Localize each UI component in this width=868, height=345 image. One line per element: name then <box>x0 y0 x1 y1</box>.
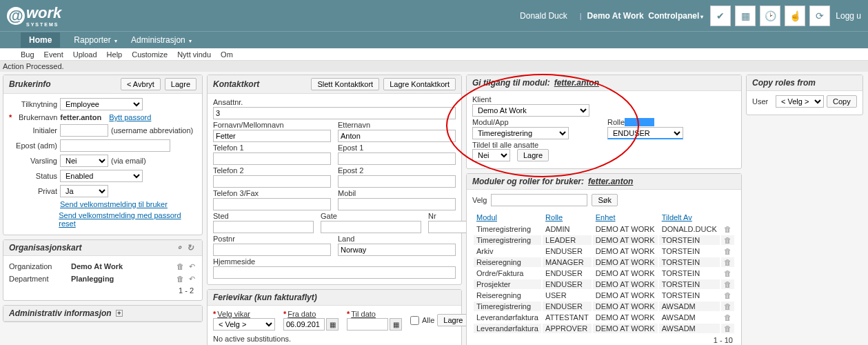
submenu-bug[interactable]: Bug <box>21 50 34 59</box>
velg-search-input[interactable] <box>491 194 587 206</box>
status-bar: Action Processed. <box>0 61 868 72</box>
alle-checkbox[interactable] <box>410 316 419 325</box>
postnr-input[interactable] <box>213 244 331 256</box>
epost1-input[interactable] <box>338 152 456 165</box>
kontaktkort-title: Kontaktkort <box>213 79 259 89</box>
navbar: Home Rapporter ▾ Administrasjon ▾ <box>0 31 868 48</box>
tildel-select[interactable]: Nei <box>472 149 510 161</box>
calendar-icon[interactable]: ▦ <box>326 318 339 331</box>
trash-icon[interactable]: 🗑 <box>724 313 731 322</box>
trash-icon[interactable]: 🗑 <box>724 324 731 333</box>
nav-home[interactable]: Home <box>21 32 60 48</box>
privat-select[interactable]: Ja <box>60 185 108 197</box>
toolbar-icon-check[interactable]: ✔ <box>710 6 731 26</box>
epost-input[interactable] <box>60 139 170 152</box>
trash-icon[interactable]: 🗑 <box>724 236 731 244</box>
trash-icon[interactable]: 🗑 <box>724 247 731 255</box>
klient-select[interactable]: Demo At Work <box>472 104 589 117</box>
controlpanel-link[interactable]: Controlpanel <box>648 11 699 21</box>
tilknytning-select[interactable]: Employee <box>60 98 143 110</box>
fra-dato-input[interactable] <box>283 318 325 331</box>
tel2-label: Telefon 2 <box>213 166 331 175</box>
trash-icon[interactable]: 🗑 <box>724 280 731 288</box>
trash-icon[interactable]: 🗑 <box>724 291 731 299</box>
initialer-input[interactable] <box>60 124 108 137</box>
submenu-upload[interactable]: Upload <box>73 50 97 59</box>
slett-kontaktkort-button[interactable]: Slett Kontaktkort <box>311 78 379 90</box>
bytt-passord-link[interactable]: Bytt passord <box>109 113 151 121</box>
gate-input[interactable] <box>321 221 421 233</box>
org-title: Organisasjonskart <box>9 243 81 253</box>
sted-input[interactable] <box>213 221 314 233</box>
demo-link[interactable]: Demo At Work <box>587 11 644 21</box>
nav-admin[interactable]: Administrasjon ▾ <box>131 35 192 45</box>
fra-dato-label: Fra dato <box>287 310 316 318</box>
klient-label: Klient <box>472 95 736 103</box>
hjemmeside-input[interactable] <box>213 266 456 279</box>
rolle-select[interactable]: ENDUSER <box>607 127 683 139</box>
modul-select[interactable]: Timeregistrering <box>472 127 569 139</box>
varsling-select[interactable]: Nei <box>60 155 108 167</box>
brukernavn-value: fetter.anton <box>60 113 101 121</box>
lagre-kontaktkort-button[interactable]: Lagre Kontaktkort <box>383 78 456 90</box>
etternavn-input[interactable] <box>338 130 456 142</box>
toolbar-icon-grid[interactable]: ▦ <box>735 6 756 26</box>
undo-icon[interactable]: ↶ <box>187 262 196 271</box>
submenu-help[interactable]: Help <box>107 50 123 59</box>
calendar-icon[interactable]: ▦ <box>390 318 402 331</box>
submenu-event[interactable]: Event <box>44 50 63 59</box>
undo-icon[interactable]: ↶ <box>187 274 196 284</box>
logout-link[interactable]: Logg u <box>836 11 861 21</box>
tel1-input[interactable] <box>213 152 331 165</box>
refresh-icon[interactable]: ↻ <box>187 243 196 253</box>
velg-vikar-label: Velg vikar <box>217 310 250 318</box>
tel3-input[interactable] <box>213 198 331 210</box>
velg-vikar-select[interactable]: < Velg > <box>213 318 275 331</box>
trash-icon[interactable]: 🗑 <box>724 258 731 266</box>
varsling-label: Varsling <box>9 157 57 165</box>
trash-icon[interactable]: 🗑 <box>175 274 185 284</box>
fornavn-input[interactable] <box>213 130 331 142</box>
status-select[interactable]: Enabled <box>60 170 143 182</box>
tel2-input[interactable] <box>213 175 331 188</box>
share-icon[interactable]: ⚬ <box>176 243 185 253</box>
toolbar-icon-hand[interactable]: ☝ <box>785 6 805 26</box>
land-input[interactable] <box>338 244 456 256</box>
avbryt-button[interactable]: < Avbryt <box>121 78 161 90</box>
logo[interactable]: @ work SYSTEMS <box>7 4 61 27</box>
access-lagre-button[interactable]: Lagre <box>517 149 549 161</box>
submenu-om[interactable]: Om <box>221 50 233 59</box>
til-dato-input[interactable] <box>347 318 388 331</box>
epost2-input[interactable] <box>338 175 456 188</box>
toolbar-icon-clock[interactable]: 🕑 <box>760 6 780 26</box>
copy-button[interactable]: Copy <box>827 95 857 108</box>
ansattnr-input[interactable] <box>213 107 456 119</box>
send-welcome-reset-link[interactable]: Send velkomstmelding med passord reset <box>59 211 196 228</box>
trash-icon[interactable]: 🗑 <box>175 262 185 271</box>
expand-icon[interactable]: + <box>116 310 123 317</box>
trash-icon[interactable]: 🗑 <box>724 269 731 277</box>
lagre-button[interactable]: Lagre <box>165 78 196 90</box>
fornavn-label: Fornavn/Mellomnavn <box>213 121 331 129</box>
col-rolle[interactable]: Rolle <box>543 212 592 223</box>
initialer-label: Initialer <box>9 126 57 135</box>
logo-text: work <box>26 4 61 21</box>
til-dato-label: Til dato <box>351 310 376 318</box>
toolbar-icon-refresh[interactable]: ⟳ <box>809 6 830 26</box>
trash-icon[interactable]: 🗑 <box>724 225 731 233</box>
ferie-lagre-button[interactable]: Lagre <box>437 314 469 326</box>
send-welcome-link[interactable]: Send velkomstmelding til bruker <box>60 200 168 208</box>
submenu-customize[interactable]: Customize <box>132 50 168 59</box>
col-modul[interactable]: Modul <box>474 212 541 223</box>
copy-user-select[interactable]: < Velg > <box>776 95 824 108</box>
submenu-nytt[interactable]: Nytt vindu <box>177 50 211 59</box>
col-enhet[interactable]: Enhet <box>593 212 658 223</box>
mobil-input[interactable] <box>338 198 456 210</box>
topbar: @ work SYSTEMS Donald Duck | Demo At Wor… <box>0 0 868 31</box>
trash-icon[interactable]: 🗑 <box>724 302 731 310</box>
col-tildelt[interactable]: Tildelt Av <box>659 212 720 223</box>
alle-label: Alle <box>422 316 434 324</box>
etternavn-label: Etternavn <box>338 121 456 129</box>
nav-rapporter[interactable]: Rapporter ▾ <box>74 35 117 45</box>
sok-button[interactable]: Søk <box>592 194 618 206</box>
